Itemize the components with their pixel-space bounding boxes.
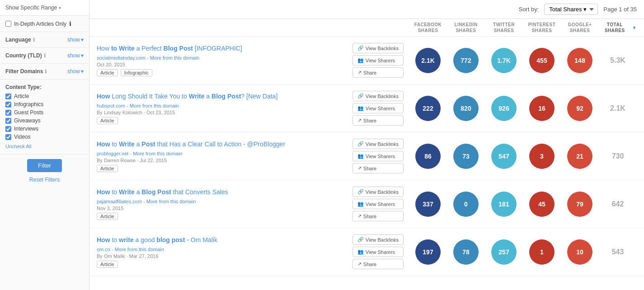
article-title: How Long Should It Take You to Write a B…: [97, 92, 353, 101]
total-shares-wrap: 543: [599, 248, 637, 256]
show-range-arrow: ▾: [59, 5, 61, 10]
domain-link[interactable]: hubspot.com: [97, 103, 125, 108]
googleplus-shares-circle-wrap: 21: [561, 144, 599, 169]
view-sharers-button[interactable]: 👥View Sharers: [353, 247, 404, 257]
col-header-total[interactable]: TOTAL SHARES ▼: [599, 22, 637, 33]
language-show-arrow: ▾: [81, 37, 84, 43]
view-sharers-button-icon: 👥: [357, 57, 364, 63]
total-shares-wrap: 730: [599, 152, 637, 160]
facebook-shares-circle-wrap: 86: [409, 144, 447, 169]
pinterest-shares-circle: 45: [529, 192, 555, 217]
filter-button[interactable]: Filter: [27, 159, 62, 172]
language-section: Language ℹ show ▾: [0, 32, 89, 48]
article-title: How to write a good blog post - Om Malik: [97, 236, 353, 245]
article-tags: Article: [97, 261, 353, 268]
more-from-domain-link[interactable]: More from this domain: [130, 103, 179, 108]
view-backlinks-button-icon: 🔗: [357, 237, 364, 243]
uncheck-all-link[interactable]: Uncheck All: [5, 144, 31, 149]
domain-link[interactable]: om.co: [97, 247, 110, 252]
total-shares-wrap: 2.1K: [599, 104, 637, 112]
share-button[interactable]: ↗Share: [353, 67, 404, 78]
view-backlinks-button[interactable]: 🔗View Backlinks: [353, 234, 404, 245]
view-sharers-button[interactable]: 👥View Sharers: [353, 55, 404, 65]
domain-link[interactable]: problogger.net: [97, 151, 128, 156]
content-type-infographics[interactable]: Infographics: [5, 101, 84, 108]
linkedin-shares-circle-wrap: 73: [447, 144, 485, 169]
article-actions: 🔗View Backlinks👥View Sharers↗Share: [353, 187, 404, 221]
total-shares-value: 543: [612, 248, 624, 256]
table-row: How to Write a Post that Has a Clear Cal…: [89, 132, 644, 180]
share-button[interactable]: ↗Share: [353, 163, 404, 173]
more-from-domain-link[interactable]: More from this domain: [150, 55, 199, 61]
filter-domains-show-link[interactable]: show ▾: [67, 68, 84, 75]
googleplus-shares-circle: 10: [567, 239, 592, 265]
domain-link[interactable]: socialmediatoday.com: [97, 55, 146, 61]
domain-link[interactable]: pajamaaffiliates.com: [97, 199, 142, 204]
article-tag: Article: [97, 165, 118, 172]
facebook-shares-circle-wrap: 197: [409, 239, 447, 265]
in-depth-checkbox[interactable]: [5, 21, 11, 27]
content-type-title: Content Type:: [5, 84, 84, 90]
share-button[interactable]: ↗Share: [353, 259, 404, 269]
view-backlinks-button[interactable]: 🔗View Backlinks: [353, 139, 404, 149]
article-domain: problogger.net - More from this domain: [97, 151, 353, 156]
googleplus-shares-circle-wrap: 92: [561, 96, 599, 121]
more-from-domain-link[interactable]: More from this domain: [133, 151, 182, 156]
facebook-shares-circle: 197: [415, 239, 441, 265]
view-backlinks-button[interactable]: 🔗View Backlinks: [353, 187, 404, 197]
content-type-giveaways[interactable]: Giveaways: [5, 117, 84, 124]
article-link[interactable]: How Long Should It Take You to Write a B…: [97, 93, 277, 100]
content-type-interviews[interactable]: Interviews: [5, 126, 84, 132]
content-type-videos[interactable]: Videos: [5, 134, 84, 140]
more-from-domain-link[interactable]: More from this domain: [146, 199, 196, 204]
article-title: How to Write a Blog Post that Converts S…: [97, 188, 353, 197]
view-sharers-button[interactable]: 👥View Sharers: [353, 199, 404, 209]
article-tag: Infographic: [121, 69, 152, 76]
article-tag: Article: [97, 69, 118, 76]
content-type-guest-posts[interactable]: Guest Posts: [5, 109, 84, 116]
view-backlinks-button[interactable]: 🔗View Backlinks: [353, 91, 404, 101]
linkedin-shares-circle: 772: [453, 48, 479, 73]
linkedin-shares-circle: 0: [453, 192, 479, 217]
share-button[interactable]: ↗Share: [353, 115, 404, 126]
show-range-button[interactable]: Show Specific Range ▾: [5, 4, 61, 12]
country-show-link[interactable]: show ▾: [67, 52, 84, 59]
twitter-shares-circle: 181: [491, 192, 517, 217]
pinterest-shares-circle-wrap: 45: [523, 192, 561, 217]
share-button-icon: ↗: [357, 117, 362, 123]
facebook-shares-circle: 222: [415, 96, 441, 121]
share-button[interactable]: ↗Share: [353, 211, 404, 221]
total-shares-value: 642: [612, 200, 624, 208]
more-from-domain-link[interactable]: More from this domain: [115, 247, 164, 252]
shares-group: 8673547321730: [409, 144, 637, 169]
content-type-section: Content Type: ArticleInfographicsGuest P…: [0, 80, 89, 154]
view-sharers-button[interactable]: 👥View Sharers: [353, 151, 404, 161]
article-meta2: By Om Malik · Mar 27, 2016: [97, 253, 353, 259]
col-header-linkedin: LINKEDINSHARES: [447, 22, 485, 33]
view-backlinks-button-icon: 🔗: [357, 45, 364, 51]
total-shares-value: 2.1K: [610, 104, 625, 112]
pinterest-shares-circle: 3: [529, 144, 555, 169]
content-type-article[interactable]: Article: [5, 93, 84, 99]
total-shares-wrap: 5.3K: [599, 56, 637, 65]
article-link[interactable]: How to Write a Perfect Blog Post [INFOGR…: [97, 45, 242, 52]
facebook-shares-circle-wrap: 222: [409, 96, 447, 121]
view-sharers-button[interactable]: 👥View Sharers: [353, 103, 404, 113]
article-link[interactable]: How to write a good blog post - Om Malik: [97, 236, 217, 243]
in-depth-row: In-Depth Articles Only ℹ: [0, 16, 89, 32]
sort-select[interactable]: Total Shares ▾: [544, 4, 598, 15]
article-domain: pajamaaffiliates.com - More from this do…: [97, 199, 353, 204]
filter-domains-info-icon: ℹ: [45, 69, 47, 75]
article-tags: Article: [97, 117, 353, 124]
in-depth-info-icon: ℹ: [69, 20, 71, 27]
article-link[interactable]: How to Write a Post that Has a Clear Cal…: [97, 140, 285, 148]
article-link[interactable]: How to Write a Blog Post that Converts S…: [97, 188, 228, 196]
reset-filters-link[interactable]: Reset Filters: [0, 177, 89, 183]
facebook-shares-circle: 86: [415, 144, 441, 169]
facebook-shares-circle: 2.1K: [415, 48, 441, 73]
view-backlinks-button[interactable]: 🔗View Backlinks: [353, 43, 404, 53]
share-col-headers: FACEBOOKSHARES LINKEDINSHARES TWITTERSHA…: [409, 22, 637, 33]
linkedin-shares-circle: 78: [453, 239, 479, 265]
language-show-link[interactable]: show ▾: [67, 37, 84, 43]
sidebar: Show Specific Range ▾ In-Depth Articles …: [0, 0, 89, 290]
